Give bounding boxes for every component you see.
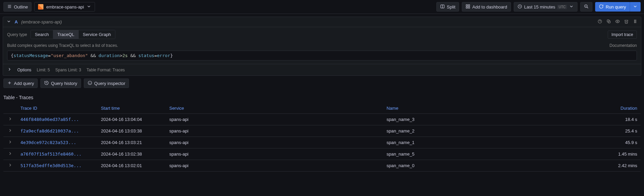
svg-rect-8 bbox=[468, 7, 470, 8]
zoom-out-button[interactable] bbox=[580, 2, 592, 12]
add-query-label: Add query bbox=[14, 81, 34, 86]
run-query-button[interactable]: Run query bbox=[595, 2, 630, 12]
trace-id-link[interactable]: 446f8480a06ed37a85f... bbox=[20, 117, 79, 122]
outline-button[interactable]: Outline bbox=[3, 2, 32, 12]
expand-row-button[interactable] bbox=[3, 125, 17, 137]
traceql-editor[interactable]: {statusMessage="user_abandon" && duratio… bbox=[7, 51, 637, 60]
chevron-down-icon bbox=[87, 4, 91, 10]
query-actions: Add query Query history Query inspector bbox=[0, 78, 644, 92]
svg-point-18 bbox=[634, 20, 635, 21]
svg-point-20 bbox=[634, 21, 635, 22]
eye-icon[interactable] bbox=[615, 19, 620, 25]
run-query-split-button: Run query bbox=[595, 2, 641, 12]
query-type-tabs: Search TraceQL Service Graph bbox=[31, 30, 115, 39]
list-icon bbox=[7, 4, 12, 10]
history-icon bbox=[44, 81, 49, 86]
info-icon bbox=[88, 81, 92, 86]
tok-val: 2s bbox=[122, 53, 128, 58]
copy-icon[interactable] bbox=[606, 19, 611, 25]
clock-icon bbox=[517, 4, 522, 10]
cell-service: spans-api bbox=[166, 114, 383, 125]
svg-point-17 bbox=[617, 21, 618, 22]
chevron-down-icon[interactable] bbox=[6, 19, 11, 25]
top-toolbar: Outline embrace-spans-api Split Add to d… bbox=[0, 0, 644, 14]
table-row: a76f07f15af513fe8460...2024-04-16 13:02:… bbox=[3, 148, 641, 160]
tab-service-graph[interactable]: Service Graph bbox=[79, 30, 115, 39]
datasource-name: embrace-spans-api bbox=[46, 4, 84, 10]
split-button[interactable]: Split bbox=[436, 2, 459, 12]
tz-badge: UTC bbox=[557, 5, 567, 9]
cell-name: span_name_1 bbox=[383, 137, 600, 148]
expand-row-button[interactable] bbox=[3, 148, 17, 160]
expand-row-button[interactable] bbox=[3, 137, 17, 148]
cell-start-time: 2024-04-16 13:02:38 bbox=[97, 148, 166, 160]
traces-table: Trace ID Start time Service Name Duratio… bbox=[3, 103, 641, 172]
cell-duration: 25.4 s bbox=[600, 125, 641, 137]
tok-gt: > bbox=[120, 53, 122, 58]
svg-point-23 bbox=[636, 22, 636, 23]
tab-search[interactable]: Search bbox=[31, 30, 53, 39]
cell-name: span_name_2 bbox=[383, 125, 600, 137]
cell-start-time: 2024-04-16 13:03:38 bbox=[97, 125, 166, 137]
svg-rect-7 bbox=[466, 7, 468, 8]
add-query-button[interactable]: Add query bbox=[3, 78, 38, 88]
query-ds-name: (embrace-spans-api) bbox=[21, 19, 62, 24]
tok-attr: status bbox=[138, 53, 154, 58]
trace-id-link[interactable]: a76f07f15af513fe8460... bbox=[20, 152, 81, 157]
trace-id-link[interactable]: 4e39dce972c823a523... bbox=[20, 140, 76, 145]
query-inspector-button[interactable]: Query inspector bbox=[84, 78, 129, 88]
tempo-logo-icon bbox=[38, 4, 43, 10]
time-range-button[interactable]: Last 15 minutes UTC bbox=[514, 2, 577, 12]
cell-start-time: 2024-04-16 13:02:01 bbox=[97, 160, 166, 172]
tok-eq: = bbox=[154, 53, 157, 58]
documentation-link[interactable]: Documentation bbox=[609, 43, 637, 48]
col-name[interactable]: Name bbox=[383, 103, 600, 114]
add-to-dashboard-label: Add to dashboard bbox=[472, 4, 507, 10]
tok-brace-close: } bbox=[170, 53, 173, 58]
col-start-time[interactable]: Start time bbox=[97, 103, 166, 114]
cell-start-time: 2024-04-16 13:04:04 bbox=[97, 114, 166, 125]
help-icon[interactable] bbox=[598, 19, 602, 25]
time-range-label: Last 15 minutes bbox=[524, 4, 555, 10]
cell-name: span_name_5 bbox=[383, 148, 600, 160]
col-service[interactable]: Service bbox=[166, 103, 383, 114]
add-to-dashboard-button[interactable]: Add to dashboard bbox=[462, 2, 511, 12]
table-row: 517fa35edffe3d0d513e...2024-04-16 13:02:… bbox=[3, 160, 641, 172]
datasource-picker[interactable]: embrace-spans-api bbox=[34, 2, 95, 12]
cell-duration: 1.45 mins bbox=[600, 148, 641, 160]
table-header-row: Trace ID Start time Service Name Duratio… bbox=[3, 103, 641, 114]
cell-name: span_name_0 bbox=[383, 160, 600, 172]
expand-row-button[interactable] bbox=[3, 114, 17, 125]
tok-attr: status bbox=[14, 53, 30, 58]
options-toggle[interactable]: Options bbox=[17, 68, 31, 72]
svg-point-21 bbox=[636, 21, 636, 22]
svg-point-22 bbox=[634, 22, 635, 23]
split-label: Split bbox=[447, 4, 455, 10]
trace-id-link[interactable]: f2a9ecfa8d6d210037a... bbox=[20, 128, 79, 133]
chevron-down-icon bbox=[569, 4, 574, 10]
chevron-right-icon[interactable] bbox=[7, 67, 12, 73]
trace-id-link[interactable]: 517fa35edffe3d0d513e... bbox=[20, 163, 81, 168]
svg-rect-5 bbox=[466, 4, 468, 6]
col-duration[interactable]: Duration bbox=[600, 103, 641, 114]
options-spans-limit: Spans Limit: 3 bbox=[55, 68, 81, 72]
import-trace-button[interactable]: Import trace bbox=[608, 31, 637, 39]
tok-string: "user_abandon" bbox=[51, 53, 88, 58]
svg-rect-6 bbox=[468, 4, 470, 6]
svg-point-19 bbox=[636, 20, 636, 21]
col-trace-id[interactable]: Trace ID bbox=[17, 103, 97, 114]
table-title: Table - Traces bbox=[3, 95, 641, 100]
tok-brace-open: { bbox=[11, 53, 14, 58]
drag-handle-icon[interactable] bbox=[633, 19, 638, 25]
query-history-button[interactable]: Query history bbox=[40, 78, 81, 88]
trash-icon[interactable] bbox=[624, 19, 629, 25]
tab-traceql[interactable]: TraceQL bbox=[53, 30, 79, 39]
run-query-dropdown[interactable] bbox=[630, 2, 641, 12]
options-table-format: Table Format: Traces bbox=[87, 68, 125, 72]
col-expand bbox=[3, 103, 17, 114]
outline-label: Outline bbox=[14, 4, 28, 10]
query-letter: A bbox=[15, 19, 18, 24]
expand-row-button[interactable] bbox=[3, 160, 17, 172]
sync-icon bbox=[599, 4, 604, 10]
cell-duration: 18.4 s bbox=[600, 114, 641, 125]
